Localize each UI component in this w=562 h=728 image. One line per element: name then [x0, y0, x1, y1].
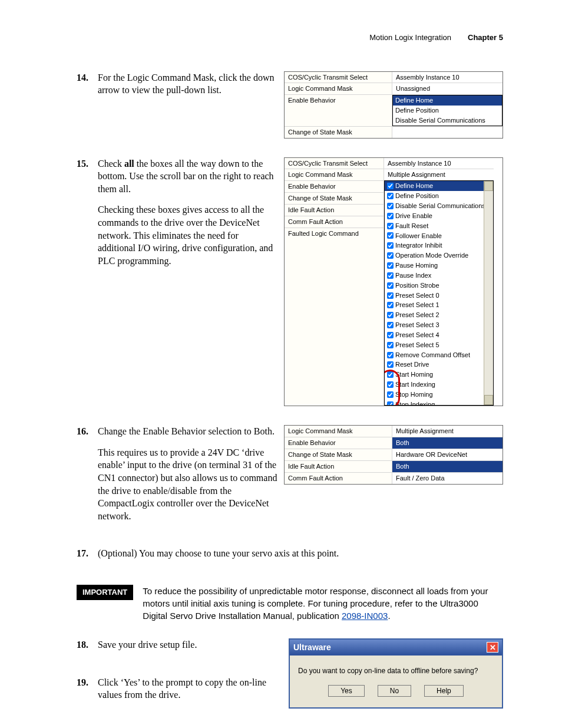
checkbox[interactable] — [387, 322, 394, 328]
checkbox[interactable] — [387, 223, 394, 229]
checklist-option[interactable]: Remove Command Offset — [385, 350, 493, 360]
checklist-option[interactable]: Preset Select 1 — [385, 300, 493, 310]
step14-text: For the Logic Command Mask, click the do… — [98, 71, 278, 97]
checklist-option[interactable]: Operation Mode Override — [385, 251, 493, 261]
dialog-title: Ultraware — [293, 642, 331, 653]
step-number: 16. — [77, 425, 90, 438]
help-button[interactable]: Help — [424, 685, 464, 697]
scrollbar[interactable] — [484, 181, 493, 405]
checkbox[interactable] — [387, 252, 394, 259]
step19-text: Click ‘Yes’ to the prompt to copy the on… — [98, 676, 275, 701]
checkbox[interactable] — [387, 282, 394, 289]
checkbox[interactable] — [387, 262, 394, 269]
checkbox[interactable] — [387, 292, 394, 299]
screenshot-step14: COS/Cyclic Transmit SelectAssembly Insta… — [284, 71, 503, 139]
checklist-option[interactable]: Preset Select 4 — [385, 330, 493, 340]
no-button[interactable]: No — [378, 685, 411, 697]
checkbox[interactable] — [387, 183, 394, 189]
checklist-option[interactable]: Preset Select 5 — [385, 340, 493, 350]
checkbox[interactable] — [387, 332, 394, 338]
checklist-option[interactable]: Define Position — [385, 191, 493, 201]
dialog-message: Do you want to copy on-line data to offl… — [298, 666, 494, 676]
step-number: 17. — [77, 547, 90, 560]
header-chapter: Chapter 5 — [468, 32, 503, 43]
yes-button[interactable]: Yes — [328, 685, 365, 697]
checkbox[interactable] — [387, 213, 394, 219]
checklist-option[interactable]: Stop Indexing — [385, 400, 493, 406]
page-header: Motion Logix Integration Chapter 5 — [77, 32, 503, 43]
checklist-option[interactable]: Preset Select 0 — [385, 291, 493, 301]
checkbox[interactable] — [387, 342, 394, 348]
header-section: Motion Logix Integration — [369, 32, 451, 43]
checklist-option[interactable]: Follower Enable — [385, 231, 493, 241]
checklist-option[interactable]: Define Home — [385, 181, 493, 191]
checkbox[interactable] — [387, 203, 394, 209]
checkbox[interactable] — [387, 272, 394, 279]
checklist-option[interactable]: Preset Select 3 — [385, 320, 493, 330]
step17-text: (Optional) You may choose to tune your s… — [98, 547, 503, 560]
important-note: IMPORTANT To reduce the possibility of u… — [77, 585, 503, 622]
checkbox[interactable] — [387, 352, 394, 358]
checkbox[interactable] — [387, 371, 394, 378]
enable-behavior-select[interactable]: Both — [392, 437, 503, 449]
checklist-option[interactable]: Stop Homing — [385, 390, 493, 400]
close-icon[interactable]: ✕ — [487, 642, 498, 653]
checkbox[interactable] — [387, 401, 394, 406]
ultraware-dialog: Ultraware ✕ Do you want to copy on-line … — [289, 638, 503, 709]
checklist-option[interactable]: Disable Serial Communications — [385, 201, 493, 211]
checklist-option[interactable]: Position Strobe — [385, 281, 493, 291]
step18-text: Save your drive setup file. — [98, 638, 275, 651]
checklist-option[interactable]: Fault Reset — [385, 221, 493, 231]
logic-command-dropdown[interactable]: Define Home Define Position Disable Seri… — [392, 95, 503, 126]
checkbox[interactable] — [387, 361, 394, 368]
checkbox[interactable] — [387, 302, 394, 308]
checklist-option[interactable]: Reset Drive — [385, 360, 493, 370]
step-number: 19. — [77, 676, 90, 689]
step15-text2: Checking these boxes gives access to all… — [98, 203, 278, 267]
step16-text2: This requires us to provide a 24V DC ‘dr… — [98, 446, 278, 523]
checklist-option[interactable]: Integrator Inhibit — [385, 241, 493, 251]
checklist-option[interactable]: Start Homing — [385, 370, 493, 380]
checkbox[interactable] — [387, 242, 394, 249]
checklist-option[interactable]: Preset Select 2 — [385, 310, 493, 320]
checklist-option[interactable]: Start Indexing — [385, 380, 493, 390]
checkbox[interactable] — [387, 391, 394, 398]
checkbox[interactable] — [387, 193, 394, 199]
step16-text1: Change the Enable Behavior selection to … — [98, 425, 278, 438]
checkbox[interactable] — [387, 232, 394, 239]
checkbox[interactable] — [387, 312, 394, 318]
step-number: 18. — [77, 638, 90, 651]
step-number: 15. — [77, 157, 90, 170]
checklist-option[interactable]: Drive Enable — [385, 211, 493, 221]
checklist-option[interactable]: Pause Index — [385, 271, 493, 281]
screenshot-step15: COS/Cyclic Transmit Select Logic Command… — [284, 157, 503, 407]
step-number: 14. — [77, 71, 90, 84]
checkbox[interactable] — [387, 381, 394, 388]
publication-link[interactable]: 2098-IN003 — [342, 611, 388, 621]
checklist-option[interactable]: Pause Homing — [385, 261, 493, 271]
logic-command-checklist[interactable]: Define HomeDefine PositionDisable Serial… — [384, 180, 494, 406]
step15-text1: Check all the boxes all the way down to … — [98, 157, 278, 196]
important-label: IMPORTANT — [77, 585, 133, 600]
screenshot-step16: Logic Command MaskMultiple Assignment En… — [284, 425, 503, 484]
